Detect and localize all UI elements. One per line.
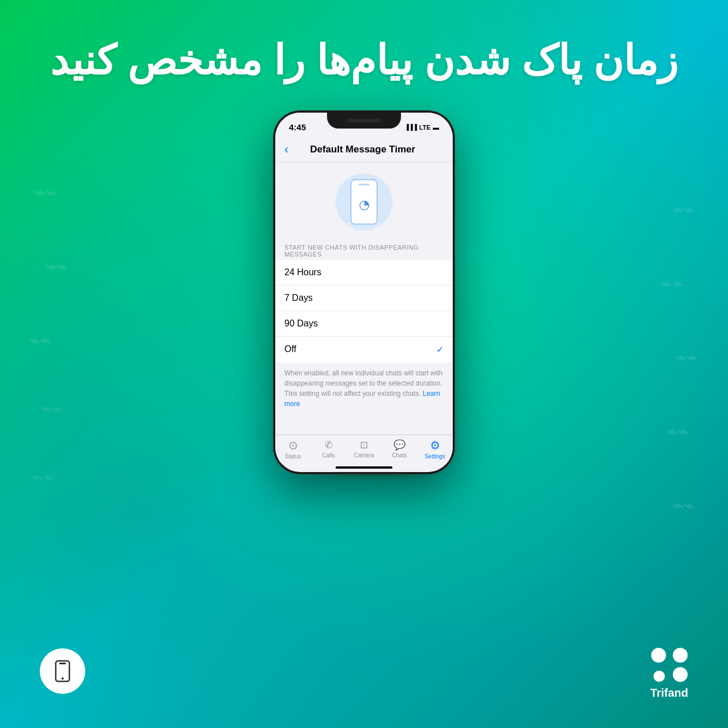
phone-wrapper: 4:45 ▐▐▐ LTE ▬ ‹ Default Message Timer ◔ (273, 110, 455, 474)
deco-2: ⌁⌁ (46, 256, 67, 278)
tab-chats[interactable]: 💬 Chats (383, 439, 415, 458)
timer-icon: ◔ (359, 197, 370, 212)
settings-tab-icon: ⚙ (430, 439, 440, 452)
svg-rect-1 (59, 663, 66, 664)
check-icon: ✓ (436, 344, 444, 355)
tab-status[interactable]: ⊙ Status (277, 439, 309, 460)
notch (327, 113, 401, 129)
status-icons: ▐▐▐ LTE ▬ (405, 124, 439, 131)
network-label: LTE (419, 124, 431, 131)
deco-3: ⌁⌁ (28, 330, 50, 351)
dot-tr (673, 648, 688, 663)
section-label: START NEW CHATS WITH DISAPPEARING MESSAG… (275, 239, 453, 260)
svg-point-2 (61, 677, 64, 680)
dot-br (673, 667, 688, 682)
illus-device: ◔ (350, 179, 378, 225)
options-list: 24 Hours 7 Days 90 Days Off ✓ (275, 260, 453, 362)
persian-title: زمان پاک شدن پیام‌ها را مشخص کنید (50, 34, 677, 88)
settings-tab-label: Settings (425, 453, 445, 460)
status-tab-icon: ⊙ (288, 439, 298, 452)
option-7days[interactable]: 7 Days (275, 286, 453, 311)
deco-7: ⌁⌁ (661, 273, 682, 295)
calls-tab-icon: ✆ (325, 439, 333, 451)
nav-title: Default Message Timer (293, 144, 432, 155)
deco-4: ⌁⌁ (40, 398, 61, 420)
nav-bar: ‹ Default Message Timer (275, 138, 453, 162)
chats-tab-label: Chats (392, 452, 407, 458)
illus-circle: ◔ (336, 173, 392, 230)
option-off-label: Off (284, 344, 296, 354)
signal-icon: ▐▐▐ (405, 124, 417, 130)
option-off[interactable]: Off ✓ (275, 337, 453, 362)
tab-calls[interactable]: ✆ Calls (313, 439, 345, 458)
deco-10: ⌁⌁ (672, 495, 694, 516)
phone-shell: 4:45 ▐▐▐ LTE ▬ ‹ Default Message Timer ◔ (273, 110, 455, 474)
content-spacer (275, 415, 453, 435)
description-text: When enabled, all new individual chats w… (275, 362, 453, 415)
option-7days-label: 7 Days (284, 293, 313, 303)
trifand-dots-container (651, 648, 688, 682)
battery-icon: ▬ (433, 124, 439, 131)
phone-icon-circle (40, 648, 85, 694)
deco-8: ⌁⌁ (675, 347, 697, 369)
speaker (347, 119, 381, 122)
option-90days[interactable]: 90 Days (275, 311, 453, 337)
camera-tab-label: Camera (354, 452, 374, 458)
trifand-name: Trifand (650, 686, 688, 700)
deco-1: ⌁⌁ (34, 182, 56, 204)
deco-9: ⌁⌁ (667, 421, 688, 442)
camera-tab-icon: ⊡ (360, 439, 368, 451)
trifand-logo: Trifand (650, 648, 688, 700)
bottom-left-logo (40, 648, 85, 694)
dot-bl (653, 671, 665, 682)
chats-tab-icon: 💬 (394, 439, 406, 451)
status-tab-label: Status (285, 453, 301, 460)
home-indicator (336, 466, 392, 469)
trifand-logo-container: Trifand (650, 648, 688, 700)
tab-bar: ⊙ Status ✆ Calls ⊡ Camera 💬 Chats ⚙ S (275, 435, 453, 464)
option-24hours-label: 24 Hours (284, 267, 321, 278)
deco-6: ⌁⌁ (672, 199, 694, 221)
tab-settings[interactable]: ⚙ Settings (419, 439, 451, 460)
option-90days-label: 90 Days (284, 318, 318, 329)
tab-camera[interactable]: ⊡ Camera (348, 439, 380, 458)
calls-tab-label: Calls (322, 452, 334, 458)
phone-illustration: ◔ (275, 162, 453, 239)
back-button[interactable]: ‹ (284, 142, 288, 157)
option-24hours[interactable]: 24 Hours (275, 260, 453, 286)
dot-tl (651, 648, 666, 663)
status-time: 4:45 (289, 122, 306, 132)
phone-screen: 4:45 ▐▐▐ LTE ▬ ‹ Default Message Timer ◔ (275, 113, 453, 472)
deco-5: ⌁⌁ (31, 466, 53, 488)
phone-svg-icon (51, 660, 74, 682)
